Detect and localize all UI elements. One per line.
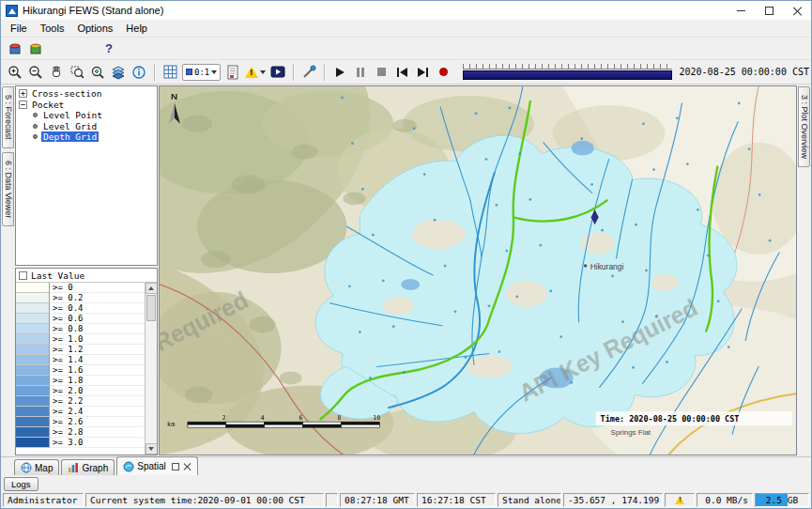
tab-spatial-label: Spatial	[137, 461, 166, 471]
help-button[interactable]: ?	[100, 39, 118, 58]
memory-label: 2.5 GB	[766, 495, 798, 505]
tab-spatial[interactable]: Spatial	[116, 456, 198, 475]
legend-class-label: >= 0.6	[50, 314, 145, 324]
minimize-button[interactable]	[727, 1, 755, 20]
toolbar-separator	[293, 64, 294, 81]
main-toolbar: ?	[1, 38, 811, 60]
map-canvas[interactable]: Hikurangi Springs Flat API Key Required …	[159, 85, 797, 455]
record-icon	[439, 68, 448, 76]
maximize-button[interactable]	[755, 1, 783, 20]
legend-row: >= 0.6	[16, 314, 145, 324]
main-content: 5 : Forecast 6 : Data Viewer +Cross-sect…	[1, 85, 811, 456]
document-button[interactable]	[223, 63, 242, 82]
pause-icon	[357, 68, 364, 77]
tree-item-level-point[interactable]: Level Point	[16, 110, 157, 121]
node-icon	[33, 113, 38, 117]
grid-display-button[interactable]	[161, 63, 179, 82]
menu-options[interactable]: Options	[70, 21, 119, 36]
tree-item-depth-grid[interactable]: Depth Grid	[16, 131, 157, 143]
legend-row: >= 1.4	[16, 355, 145, 365]
zoom-out-button[interactable]	[26, 63, 45, 82]
collapse-icon[interactable]: −	[19, 100, 27, 109]
menu-tools[interactable]: Tools	[34, 21, 71, 36]
layers-button[interactable]	[109, 63, 128, 82]
expand-icon[interactable]: +	[19, 89, 27, 98]
zoom-extent-icon	[90, 65, 105, 80]
legend-class-label: >= 2.2	[50, 396, 145, 407]
legend-row: >= 0.4	[16, 303, 145, 314]
window-title: Hikurangi FEWS (Stand alone)	[23, 5, 163, 16]
stop-icon	[377, 68, 386, 76]
tab-plot-overview[interactable]: 3 : Plot Overview	[798, 86, 810, 167]
last-value-checkbox[interactable]	[19, 271, 27, 280]
tree-item-label: Pocket	[30, 100, 66, 110]
play-button[interactable]	[330, 63, 349, 82]
archive-icon	[28, 41, 43, 56]
svg-text:10: 10	[373, 414, 380, 422]
minimize-icon	[737, 10, 745, 11]
tree-item-pocket[interactable]: −Pocket	[16, 100, 157, 111]
pause-button[interactable]	[351, 63, 370, 82]
status-system-time: Current system time:2020-09-01 00:00 CST	[85, 493, 324, 507]
time-slider-bar[interactable]	[463, 70, 671, 80]
legend-row: >= 2.0	[16, 386, 145, 396]
legend-scrollbar[interactable]	[145, 283, 157, 455]
scroll-track[interactable]	[146, 294, 158, 443]
status-user: Administrator	[3, 493, 84, 507]
movie-player-button[interactable]	[268, 63, 287, 82]
status-warning[interactable]	[665, 493, 695, 507]
scroll-down-button[interactable]	[146, 443, 158, 455]
help-icon: ?	[105, 41, 113, 55]
tab-close-icon[interactable]	[183, 462, 192, 470]
classification-dropdown[interactable]: 0:1	[182, 64, 221, 81]
legend-swatch	[16, 407, 50, 417]
zoom-box-icon	[69, 65, 84, 80]
menu-help[interactable]: Help	[119, 21, 154, 36]
status-coordinates: -35.657 , 174.199	[563, 493, 663, 507]
svg-text:N: N	[171, 91, 177, 101]
legend-swatch	[16, 355, 50, 365]
zoom-extent-button[interactable]	[88, 63, 107, 82]
tree-view: +Cross-section−PocketLevel PointLevel Gr…	[15, 85, 158, 266]
zoom-box-button[interactable]	[68, 63, 86, 82]
legend-swatch	[16, 345, 50, 355]
skip-end-button[interactable]	[413, 63, 432, 82]
profile-tool-button[interactable]	[299, 63, 318, 82]
tab-restore-icon[interactable]	[172, 463, 179, 470]
node-icon	[33, 124, 38, 129]
tree-item-level-grid[interactable]: Level Grid	[16, 121, 157, 132]
legend-swatch	[16, 376, 50, 386]
skip-start-button[interactable]	[392, 63, 411, 82]
status-download-speed: 0.0 MB/s	[697, 493, 753, 507]
menu-file[interactable]: File	[4, 21, 34, 36]
node-icon	[33, 134, 38, 139]
archive-button[interactable]	[26, 39, 45, 58]
tree-item-cross-section[interactable]: +Cross-section	[16, 88, 157, 100]
legend-swatch	[16, 427, 50, 438]
legend-class-label: >= 2.0	[50, 386, 145, 396]
pan-button[interactable]	[47, 63, 66, 82]
map-time-label: Time: 2020-08-25 00:00:00 CST	[596, 411, 792, 425]
scroll-up-button[interactable]	[146, 283, 158, 294]
legend-swatch	[16, 324, 50, 334]
spatial-icon	[123, 461, 134, 472]
tab-graph[interactable]: Graph	[61, 459, 115, 475]
globe-icon	[21, 462, 32, 473]
logs-button[interactable]: Logs	[4, 477, 38, 491]
stop-button[interactable]	[372, 63, 391, 82]
info-button[interactable]	[130, 63, 148, 82]
arrow-up-icon	[148, 286, 154, 290]
close-button[interactable]	[783, 1, 811, 20]
legend-row: >= 3.0	[16, 438, 145, 448]
zoom-in-button[interactable]	[6, 63, 24, 82]
tab-map[interactable]: Map	[14, 459, 59, 475]
tab-forecast[interactable]: 5 : Forecast	[2, 86, 14, 148]
legend-row: >= 2.4	[16, 407, 145, 417]
legend-swatch	[16, 334, 50, 345]
record-button[interactable]	[434, 63, 452, 82]
time-slider[interactable]	[463, 64, 671, 80]
warnings-dropdown-button[interactable]	[244, 63, 267, 82]
scroll-thumb[interactable]	[146, 295, 156, 321]
tab-data-viewer[interactable]: 6 : Data Viewer	[2, 152, 14, 226]
database-button[interactable]	[6, 39, 24, 58]
